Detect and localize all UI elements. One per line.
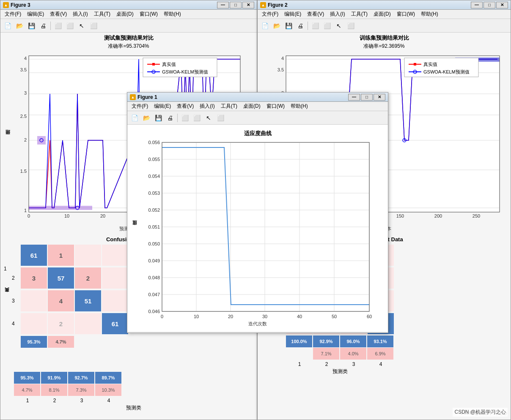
svg-text:0.056: 0.056 — [148, 140, 160, 145]
f2-save-btn[interactable]: 💾 — [283, 21, 294, 31]
conf-row2: 2 3 57 2 — [12, 267, 129, 289]
figure1-title: Figure 1 — [137, 94, 157, 100]
conf-row3: 3 4 51 — [12, 290, 129, 312]
figure1-window: ▲ Figure 1 — □ ✕ 文件(F) 编辑(E) 查看(V) 插入(I)… — [127, 92, 388, 333]
cursor-btn[interactable]: ↖ — [76, 21, 87, 31]
f2-pan-btn[interactable]: ⬜ — [321, 21, 332, 31]
menu-tools[interactable]: 工具(T) — [91, 10, 113, 19]
f2-open-btn[interactable]: 📂 — [271, 21, 282, 31]
f2-menu-help[interactable]: 帮助(H) — [418, 10, 441, 19]
conf-col-label-1: 1 — [26, 398, 29, 404]
select-btn[interactable]: ⬜ — [88, 21, 99, 31]
figure2-close[interactable]: ✕ — [496, 2, 508, 8]
conf-col-label-4: 4 — [107, 398, 110, 404]
f1-zoom-btn[interactable]: ⬜ — [179, 113, 190, 123]
menu-edit[interactable]: 编辑(E) — [25, 10, 47, 19]
new-btn[interactable]: 📄 — [2, 21, 13, 31]
c2-col-pct-2-pos: 92.9% — [313, 335, 339, 347]
maximize-button[interactable]: □ — [230, 2, 242, 8]
f1-menu-window[interactable]: 窗口(W) — [264, 102, 287, 111]
f1-menu-edit[interactable]: 编辑(E) — [151, 102, 173, 111]
col-pct-1-pos: 95.3% — [14, 372, 40, 384]
f1-menu-file[interactable]: 文件(F) — [129, 102, 151, 111]
svg-text:20: 20 — [228, 314, 233, 319]
figure1-minimize[interactable]: — — [348, 94, 360, 101]
f2-print-btn[interactable]: 🖨 — [295, 21, 306, 31]
f2-menu-insert[interactable]: 插入(I) — [327, 10, 347, 19]
svg-text:3: 3 — [24, 90, 27, 95]
figure2-maximize[interactable]: □ — [484, 2, 495, 8]
menu-view[interactable]: 查看(V) — [47, 10, 69, 19]
c2-col-pct-4-pos: 93.1% — [367, 335, 393, 347]
f1-menu-tools[interactable]: 工具(T) — [218, 102, 240, 111]
csdn-watermark-overlay: CSDN @机器学习之心 — [453, 408, 508, 417]
zoom-btn[interactable]: ⬜ — [52, 21, 63, 31]
toolbar-sep1 — [50, 22, 51, 30]
save-btn[interactable]: 💾 — [26, 21, 37, 31]
svg-rect-30 — [152, 63, 155, 65]
conf-cell-32: 4 — [48, 290, 74, 311]
f2-zoom-btn[interactable]: ⬜ — [310, 21, 321, 31]
figure1-close[interactable]: ✕ — [374, 94, 385, 101]
conf-row4: 4 2 61 — [12, 313, 129, 335]
conf2-bottom-pcts: 100.0% 92.9% 7.1% 96.0% 4.0% 93.1% 6.9 — [286, 335, 394, 360]
f1-menu-help[interactable]: 帮助(H) — [288, 102, 310, 111]
menu-desktop[interactable]: 桌面(D) — [114, 10, 136, 19]
svg-text:0.050: 0.050 — [148, 241, 160, 246]
conf-bottom-pcts: 95.3% 4.7% 91.9% 8.1% 92.7% 7.3% 89.7% 1… — [14, 372, 253, 396]
f2-cursor-btn[interactable]: ↖ — [333, 21, 344, 31]
svg-rect-26 — [37, 136, 46, 145]
f1-select-btn[interactable]: ⬜ — [215, 113, 226, 123]
c2-col-pct-3-pos: 96.0% — [340, 335, 366, 347]
figure1-maximize[interactable]: □ — [361, 94, 373, 101]
fitness-chart-title: 适应度曲线 — [131, 128, 385, 138]
f2-select-btn[interactable]: ⬜ — [345, 21, 356, 31]
f2-menu-window[interactable]: 窗口(W) — [394, 10, 418, 19]
f2-new-btn[interactable]: 📄 — [259, 21, 270, 31]
figure3-title: Figure 3 — [11, 2, 30, 8]
conf-col-label-2: 2 — [53, 398, 56, 404]
f1-open-btn[interactable]: 📂 — [141, 113, 152, 123]
col-pct-2-neg: 8.1% — [41, 384, 67, 396]
figure2-menubar: 文件(F) 编辑(E) 查看(V) 插入(I) 工具(T) 桌面(D) 窗口(W… — [258, 10, 511, 19]
f1-new-btn[interactable]: 📄 — [129, 113, 140, 123]
f1-print-btn[interactable]: 🖨 — [165, 113, 176, 123]
svg-text:60: 60 — [367, 314, 372, 319]
print-btn[interactable]: 🖨 — [38, 21, 49, 31]
menu-help[interactable]: 帮助(H) — [161, 10, 184, 19]
minimize-button[interactable]: — — [217, 2, 229, 8]
f2-menu-edit[interactable]: 编辑(E) — [282, 10, 304, 19]
figure2-title: Figure 2 — [268, 2, 288, 8]
menu-window[interactable]: 窗口(W) — [137, 10, 160, 19]
f1-cursor-btn[interactable]: ↖ — [203, 113, 214, 123]
figure3-menubar: 文件(F) 编辑(E) 查看(V) 插入(I) 工具(T) 桌面(D) 窗口(W… — [0, 10, 257, 19]
f1-menu-view[interactable]: 查看(V) — [174, 102, 196, 111]
f1-menu-insert[interactable]: 插入(I) — [197, 102, 217, 111]
conf2-xlabel: 预测类 — [286, 368, 394, 375]
f1-pan-btn[interactable]: ⬜ — [191, 113, 202, 123]
conf-row1-label: 1 — [14, 349, 253, 370]
f2-menu-tools[interactable]: 工具(T) — [349, 10, 370, 19]
f2-menu-file[interactable]: 文件(F) — [259, 10, 281, 19]
menu-insert[interactable]: 插入(I) — [70, 10, 90, 19]
svg-text:真实值: 真实值 — [423, 62, 437, 67]
svg-text:0.052: 0.052 — [148, 207, 160, 213]
svg-text:1: 1 — [24, 208, 27, 213]
close-button[interactable]: ✕ — [242, 2, 254, 8]
f2-menu-desktop[interactable]: 桌面(D) — [371, 10, 393, 19]
svg-text:0: 0 — [27, 213, 30, 218]
pan-btn[interactable]: ⬜ — [64, 21, 75, 31]
f1-menu-desktop[interactable]: 桌面(D) — [241, 102, 263, 111]
figure2-toolbar: 📄 📂 💾 🖨 ⬜ ⬜ ↖ ⬜ — [258, 19, 511, 33]
svg-text:2.5: 2.5 — [20, 114, 27, 119]
figure2-minimize[interactable]: — — [471, 2, 483, 8]
menu-file[interactable]: 文件(F) — [2, 10, 24, 19]
svg-rect-25 — [29, 206, 92, 210]
figure3-titlebar: ▲ Figure 3 — □ ✕ — [0, 0, 257, 10]
f1-save-btn[interactable]: 💾 — [153, 113, 164, 123]
svg-rect-61 — [414, 63, 416, 65]
f2-menu-view[interactable]: 查看(V) — [305, 10, 327, 19]
open-btn[interactable]: 📂 — [14, 21, 25, 31]
fitness-xlabel: 迭代次数 — [131, 320, 385, 328]
chart3-title: 测试集预测结果对比 — [4, 33, 253, 43]
